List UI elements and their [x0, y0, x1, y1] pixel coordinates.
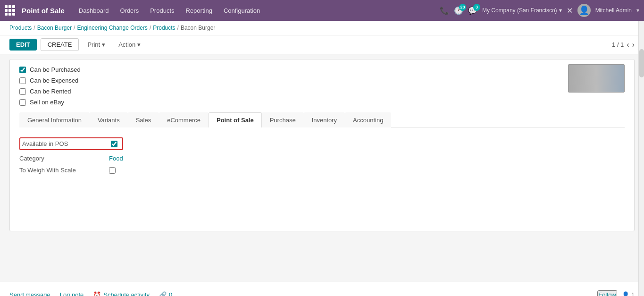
- breadcrumb-sep-2: /: [74, 25, 75, 31]
- app-name: Point of Sale: [22, 7, 65, 15]
- pager-next-button[interactable]: ›: [632, 41, 635, 49]
- to-weigh-with-scale-row: To Weigh With Scale: [19, 164, 625, 176]
- follower-number: 1: [631, 291, 635, 296]
- nav-products[interactable]: Products: [145, 4, 179, 17]
- nav-configuration[interactable]: Configuration: [219, 4, 265, 17]
- link-icon: 🔗: [159, 291, 167, 296]
- schedule-activity-label: Schedule activity: [103, 291, 150, 296]
- company-name: My Company (San Francisco): [482, 7, 557, 14]
- schedule-icon: ⏰: [93, 291, 101, 296]
- print-label: Print: [87, 41, 100, 48]
- schedule-activity-button[interactable]: ⏰ Schedule activity: [93, 291, 150, 296]
- action-label: Action: [118, 41, 135, 48]
- breadcrumb-products-2[interactable]: Products: [153, 25, 175, 31]
- to-weigh-with-scale-label: To Weigh With Scale: [19, 167, 104, 174]
- activities-count-button[interactable]: 🔗 0: [159, 291, 172, 296]
- app-logo[interactable]: Point of Sale: [5, 5, 65, 16]
- tab-inventory[interactable]: Inventory: [304, 112, 345, 127]
- follow-button[interactable]: Follow: [597, 290, 617, 296]
- available-in-pos-row: Available in POS: [19, 135, 625, 152]
- main-content: Can be Purchased Can be Expensed Can be …: [0, 54, 644, 281]
- nav-links: Dashboard Orders Products Reporting Conf…: [74, 4, 440, 17]
- breadcrumb-current: Bacon Burger: [181, 25, 215, 31]
- can-be-purchased-row: Can be Purchased: [19, 64, 625, 75]
- scrollbar-track[interactable]: [638, 21, 644, 296]
- activities-count: 0: [169, 291, 172, 296]
- breadcrumb-engineering[interactable]: Engineering Change Orders: [77, 25, 147, 31]
- tab-general-information[interactable]: General Information: [19, 112, 90, 127]
- tabs: General Information Variants Sales eComm…: [19, 112, 625, 127]
- available-in-pos-highlight: Available in POS: [19, 137, 123, 150]
- product-image: [568, 64, 625, 93]
- close-icon[interactable]: ✕: [567, 6, 573, 15]
- breadcrumb-bacon-burger[interactable]: Bacon Burger: [37, 25, 72, 31]
- clock-badge-count: 28: [459, 4, 466, 11]
- can-be-expensed-label: Can be Expensed: [30, 77, 78, 84]
- nav-reporting[interactable]: Reporting: [181, 4, 217, 17]
- chatter: Send message Log note ⏰ Schedule activit…: [0, 282, 644, 296]
- pager-text: 1 / 1: [612, 41, 624, 48]
- phone-icon[interactable]: 📞: [440, 6, 449, 15]
- pos-tab-content: Available in POS Category Food To Weigh …: [19, 127, 625, 221]
- pager-prev-button[interactable]: ‹: [627, 41, 629, 49]
- company-selector[interactable]: My Company (San Francisco) ▾: [482, 7, 562, 14]
- available-in-pos-label: Available in POS: [22, 140, 107, 147]
- chat-badge-button[interactable]: 💬 3: [468, 6, 477, 15]
- available-in-pos-checkbox[interactable]: [111, 141, 117, 147]
- can-be-rented-row: Can be Rented: [19, 86, 625, 97]
- log-note-button[interactable]: Log note: [60, 291, 84, 296]
- category-label: Category: [19, 155, 104, 162]
- print-dropdown-icon: ▾: [102, 41, 105, 48]
- send-message-button[interactable]: Send message: [9, 291, 50, 296]
- send-message-label: Send message: [9, 291, 50, 296]
- action-button[interactable]: Action ▾: [114, 39, 145, 51]
- edit-button[interactable]: EDIT: [9, 39, 37, 51]
- chatter-right: Follow 👤 1: [597, 290, 635, 296]
- can-be-rented-label: Can be Rented: [30, 88, 71, 95]
- user-dropdown-icon: ▾: [636, 7, 639, 14]
- follower-icon: 👤: [622, 291, 629, 296]
- breadcrumb-sep-1: /: [33, 25, 35, 31]
- to-weigh-with-scale-checkbox[interactable]: [109, 167, 116, 174]
- nav-orders[interactable]: Orders: [115, 4, 143, 17]
- nav-dashboard[interactable]: Dashboard: [74, 4, 114, 17]
- tab-sales[interactable]: Sales: [128, 112, 159, 127]
- follower-count: 👤 1: [622, 291, 635, 296]
- user-avatar[interactable]: 👤: [577, 4, 591, 17]
- sell-on-ebay-label: Sell on eBay: [30, 99, 64, 106]
- breadcrumb-sep-4: /: [177, 25, 179, 31]
- nav-right: 📞 🕐 28 💬 3 My Company (San Francisco) ▾ …: [440, 4, 639, 17]
- top-navigation: Point of Sale Dashboard Orders Products …: [0, 0, 644, 21]
- sell-on-ebay-checkbox[interactable]: [19, 99, 26, 106]
- breadcrumb-products[interactable]: Products: [9, 25, 32, 31]
- user-name[interactable]: Mitchell Admin: [595, 7, 632, 14]
- clock-badge-button[interactable]: 🕐 28: [454, 6, 463, 15]
- pager: 1 / 1 ‹ ›: [612, 41, 635, 49]
- scrollbar-thumb[interactable]: [639, 49, 644, 77]
- category-row: Category Food: [19, 152, 625, 164]
- tab-ecommerce[interactable]: eCommerce: [159, 112, 209, 127]
- grid-icon: [5, 5, 15, 16]
- tab-point-of-sale[interactable]: Point of Sale: [209, 112, 262, 127]
- company-dropdown-icon: ▾: [559, 7, 562, 14]
- sell-on-ebay-row: Sell on eBay: [19, 97, 625, 108]
- category-value[interactable]: Food: [109, 155, 123, 162]
- action-dropdown-icon: ▾: [137, 41, 141, 48]
- breadcrumb: Products / Bacon Burger / Engineering Ch…: [0, 21, 644, 35]
- can-be-purchased-label: Can be Purchased: [30, 66, 81, 73]
- tab-accounting[interactable]: Accounting: [345, 112, 391, 127]
- can-be-expensed-row: Can be Expensed: [19, 75, 625, 86]
- print-button[interactable]: Print ▾: [83, 39, 110, 51]
- can-be-purchased-checkbox[interactable]: [19, 67, 26, 73]
- log-note-label: Log note: [60, 291, 84, 296]
- tab-purchase[interactable]: Purchase: [262, 112, 304, 127]
- can-be-rented-checkbox[interactable]: [19, 88, 26, 95]
- tab-variants[interactable]: Variants: [90, 112, 128, 127]
- form-card: Can be Purchased Can be Expensed Can be …: [9, 59, 635, 231]
- breadcrumb-sep-3: /: [150, 25, 151, 31]
- can-be-expensed-checkbox[interactable]: [19, 77, 26, 84]
- chat-badge-count: 3: [473, 4, 480, 11]
- create-button[interactable]: CREATE: [41, 38, 79, 51]
- chatter-actions: Send message Log note ⏰ Schedule activit…: [9, 287, 635, 296]
- toolbar: EDIT CREATE Print ▾ Action ▾ 1 / 1 ‹ ›: [0, 35, 644, 54]
